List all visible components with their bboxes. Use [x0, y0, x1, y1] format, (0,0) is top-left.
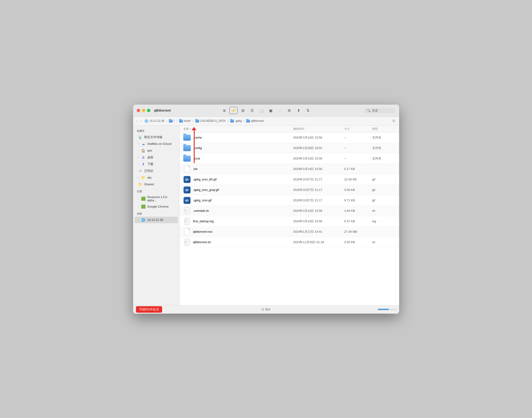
- sidebar-item-desktop[interactable]: › 🖥 桌面: [134, 154, 178, 161]
- col-header-size[interactable]: 大小: [344, 127, 372, 131]
- download-icon: ⬇: [141, 162, 145, 166]
- sidebar-item-nearby[interactable]: 📡 附近文件传输: [134, 134, 178, 140]
- file-size: 0.37 KB: [344, 220, 372, 223]
- sidebar-item-chrome[interactable]: › 🟩 Google Chrome: [134, 203, 178, 210]
- column-view-icon[interactable]: ▣: [266, 107, 275, 114]
- expand-arrow-desktop: ›: [138, 156, 139, 159]
- folder-icon: [183, 135, 191, 141]
- sidebar-item-ip[interactable]: › 🌐 10.12.21.36: [134, 217, 178, 223]
- grid-icon[interactable]: ⊞: [239, 107, 247, 114]
- expand-arrow-icloud: ›: [138, 142, 139, 145]
- sidebar-label-ip: 10.12.21.36: [147, 218, 163, 221]
- sidebar: 收藏夹 📡 附近文件传输 › ☁ Owlfiles on iCloud › 🏠 …: [133, 126, 180, 305]
- file-name: .qpkg_icon_80.gif: [193, 178, 217, 181]
- table-row[interactable]: .list 2024年3月14日 15:56 0.17 KB: [180, 164, 399, 174]
- search-input[interactable]: [372, 109, 393, 112]
- expand-arrow-revezone: ›: [138, 197, 139, 200]
- sidebar-item-downloads[interactable]: › ⬇ 下载: [134, 161, 178, 167]
- sidebar-label-icloud: Owlfiles on iCloud: [147, 142, 171, 146]
- split-view-icon[interactable]: ⬜: [257, 107, 266, 114]
- fullscreen-button[interactable]: [147, 109, 150, 112]
- sidebar-item-revezone[interactable]: › 🟩 Revezone 1.0.0-alpha...: [134, 194, 178, 203]
- minimize-button[interactable]: [142, 109, 145, 112]
- back-button[interactable]: ‹: [136, 118, 139, 123]
- file-icon-wrapper: [183, 239, 191, 246]
- table-row[interactable]: qBittorrent.sh 2023年11月29日 01:18 2.05 KB…: [180, 237, 399, 248]
- expand-arrow-chrome: ›: [138, 205, 139, 208]
- file-type: 文件夹: [372, 146, 395, 150]
- file-icon: [184, 228, 190, 235]
- file-date: 2023年11月29日 01:18: [293, 240, 344, 244]
- file-type: gif: [372, 188, 395, 192]
- breadcrumb-sep-3: ›: [193, 119, 194, 123]
- file-type: gif: [372, 178, 395, 181]
- folder-icon-share: [179, 119, 183, 123]
- sidebar-item-shared[interactable]: 📁 Shared: [134, 181, 178, 188]
- breadcrumb-item-root[interactable]: /: [168, 119, 175, 123]
- file-type: 文件夹: [372, 156, 395, 161]
- table-row[interactable]: qb .qpkg_icon_gray.gif 2016年10月7日 21:17 …: [180, 185, 399, 195]
- table-row[interactable]: .uninstall.sh 2024年3月14日 15:56 1.04 KB s…: [180, 206, 399, 216]
- file-name-cell: .cache: [183, 134, 293, 141]
- table-row[interactable]: .config 2020年2月28日 18:52 -- 文件夹: [180, 143, 399, 153]
- search-bar[interactable]: 🔍: [365, 108, 395, 113]
- breadcrumb-item-cachedev[interactable]: CACHEDEV1_DATA: [194, 119, 226, 123]
- breadcrumb-item-qbittorrent[interactable]: qBittorrent: [245, 119, 265, 123]
- qbt-icon: qb: [184, 197, 190, 204]
- upgrade-button[interactable]: 升级到VIP会员: [136, 306, 162, 313]
- file-type: 文件夹: [372, 136, 395, 140]
- desktop-icon: 🖥: [141, 155, 145, 160]
- bolt-icon[interactable]: ⚡: [229, 107, 238, 114]
- forward-button[interactable]: ›: [140, 118, 143, 123]
- file-date: 2024年3月14日 15:56: [293, 209, 344, 213]
- folder-icon: [183, 145, 191, 151]
- file-name-cell: qBittorrent.sh: [183, 239, 293, 246]
- file-icon-wrapper: qb: [183, 186, 191, 194]
- file-date: 2016年10月7日 21:17: [293, 177, 344, 182]
- close-button[interactable]: [137, 109, 140, 112]
- file-name-cell: .list: [183, 165, 293, 173]
- globe-icon: 🌐: [144, 119, 148, 123]
- person-icon[interactable]: ⊕: [220, 107, 228, 114]
- file-icon-wrapper: [183, 134, 191, 141]
- breadcrumb-label-root: /: [174, 119, 174, 123]
- sidebar-label-aiq: aiq: [147, 176, 151, 179]
- table-row[interactable]: .cache 2024年3月14日 15:56 -- 文件夹: [180, 132, 399, 143]
- file-name-cell: .uninstall.sh: [183, 207, 293, 215]
- breadcrumb-item-share[interactable]: share: [178, 119, 192, 123]
- col-header-date[interactable]: 修改时间: [293, 127, 344, 131]
- breadcrumb-item-ip[interactable]: 🌐 10.12.21.36: [144, 118, 165, 123]
- file-icon-wrapper: [183, 155, 191, 162]
- dots-icon[interactable]: ···: [276, 107, 284, 114]
- gear-icon[interactable]: ⚙: [285, 107, 293, 114]
- scroll-thumb: [378, 309, 389, 310]
- sidebar-item-synced[interactable]: ↺ 已同步: [134, 168, 178, 174]
- table-row[interactable]: qb .qpkg_icon.gif 2016年10月7日 21:17 9.71 …: [180, 195, 399, 206]
- file-name-cell: qb .qpkg_icon_80.gif: [183, 176, 293, 183]
- sidebar-item-aiq[interactable]: › 📁 aiq: [134, 174, 178, 181]
- file-size: 27.48 MB: [344, 230, 372, 233]
- file-name: .local: [193, 157, 200, 160]
- sort-icon[interactable]: ⇅: [304, 107, 312, 114]
- sidebar-section-favorites: 收藏夹: [133, 128, 179, 134]
- share-icon[interactable]: ⬆: [294, 107, 303, 114]
- table-row[interactable]: qbittorrent-nox 2024年1月17日 14:41 27.48 M…: [180, 227, 399, 237]
- qbt-icon: qb: [184, 186, 190, 193]
- sidebar-item-qsh[interactable]: › 🏠 qsh: [134, 147, 178, 154]
- table-row[interactable]: first_startup.log 2024年3月14日 15:56 0.37 …: [180, 216, 399, 227]
- file-name: .uninstall.sh: [193, 209, 209, 212]
- table-row[interactable]: qb .qpkg_icon_80.gif 2016年10月7日 21:17 12…: [180, 174, 399, 185]
- expand-arrow-aiq: ›: [138, 176, 139, 179]
- refresh-button[interactable]: ↻: [391, 118, 396, 124]
- titlebar: qBittorrent ⊕ ⚡ ⊞ ☰ ⬜ ▣ ··· ⚙ ⬆ ⇅ 🔍: [133, 104, 399, 117]
- finder-window: qBittorrent ⊕ ⚡ ⊞ ☰ ⬜ ▣ ··· ⚙ ⬆ ⇅ 🔍 ‹ › …: [133, 104, 399, 314]
- col-header-type[interactable]: 类型: [372, 127, 395, 131]
- breadcrumb-item-qpkg[interactable]: .qpkg: [229, 119, 243, 123]
- folder-icon-cachedev: [195, 119, 199, 123]
- col-header-name[interactable]: 名称 ↑: [183, 127, 293, 131]
- folder-icon-qpkg: [230, 119, 234, 123]
- list-icon[interactable]: ☰: [248, 107, 256, 114]
- breadcrumb-label-qbittorrent: qBittorrent: [251, 119, 264, 123]
- sidebar-item-icloud[interactable]: › ☁ Owlfiles on iCloud: [134, 141, 178, 147]
- table-row[interactable]: .local 2024年3月14日 15:56 -- 文件夹: [180, 153, 399, 164]
